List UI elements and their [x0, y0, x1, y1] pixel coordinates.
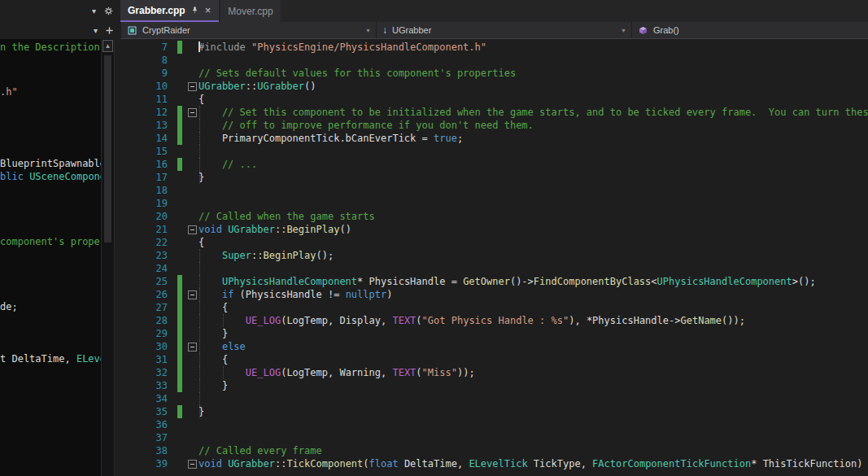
- fold-toggle-icon[interactable]: [188, 108, 197, 117]
- breakpoint-gutter[interactable]: [115, 327, 152, 340]
- code-text[interactable]: else: [198, 340, 868, 353]
- breakpoint-gutter[interactable]: [115, 314, 152, 327]
- code-fragment[interactable]: blic USceneCompone: [0, 170, 101, 183]
- code-text[interactable]: }: [198, 379, 868, 392]
- code-text[interactable]: [198, 54, 868, 67]
- breakpoint-gutter[interactable]: [115, 275, 152, 288]
- tab-grabber-cpp[interactable]: Grabber.cpp ×: [120, 0, 219, 22]
- fold-toggle-icon[interactable]: [188, 82, 197, 91]
- fold-toggle-icon[interactable]: [188, 225, 197, 234]
- code-text[interactable]: UE_LOG(LogTemp, Display, TEXT("Got Physi…: [198, 314, 868, 327]
- breakpoint-gutter[interactable]: [115, 41, 152, 54]
- code-text[interactable]: UE_LOG(LogTemp, Warning, TEXT("Miss"));: [198, 366, 868, 379]
- breakpoint-gutter[interactable]: [115, 93, 152, 106]
- code-fragment[interactable]: t DeltaTime, ELeve: [0, 352, 101, 365]
- code-line: 17}: [115, 171, 868, 184]
- change-tracking-column: [173, 41, 186, 54]
- breakpoint-gutter[interactable]: [115, 353, 152, 366]
- code-text[interactable]: UGrabber::UGrabber(): [198, 80, 868, 93]
- code-text[interactable]: void UGrabber::TickComponent(float Delta…: [198, 457, 868, 470]
- breakpoint-gutter[interactable]: [115, 132, 152, 145]
- split-icon[interactable]: [105, 26, 114, 35]
- code-text[interactable]: // Called every frame: [198, 444, 868, 457]
- fold-toggle-icon[interactable]: [188, 460, 197, 469]
- code-text[interactable]: [198, 431, 868, 444]
- fold-toggle-icon[interactable]: [188, 343, 197, 352]
- breakpoint-gutter[interactable]: [115, 457, 152, 470]
- breakpoint-gutter[interactable]: [115, 106, 152, 119]
- breakpoint-gutter[interactable]: [115, 223, 152, 236]
- breakpoint-gutter[interactable]: [115, 119, 152, 132]
- code-token: FActorComponentTickFunction: [592, 458, 751, 469]
- code-text[interactable]: [198, 197, 868, 210]
- breakpoint-gutter[interactable]: [115, 301, 152, 314]
- code-text[interactable]: Super::BeginPlay();: [198, 249, 868, 262]
- breakpoint-gutter[interactable]: [115, 197, 152, 210]
- scroll-up-button[interactable]: ▲: [103, 40, 113, 52]
- code-fragment[interactable]: n the Description: [0, 41, 100, 54]
- left-editor-pane[interactable]: n the Description.h"BlueprintSpawnablebl…: [0, 39, 101, 476]
- type-dropdown[interactable]: ↓ UGrabber ▼: [376, 22, 631, 38]
- breakpoint-gutter[interactable]: [115, 249, 152, 262]
- breakpoint-gutter[interactable]: [115, 405, 152, 418]
- breakpoint-gutter[interactable]: [115, 80, 152, 93]
- chevron-down-icon[interactable]: ▾: [92, 7, 96, 15]
- code-text[interactable]: [198, 392, 868, 405]
- breakpoint-gutter[interactable]: [115, 67, 152, 80]
- code-text[interactable]: {: [198, 93, 868, 106]
- breakpoint-gutter[interactable]: [115, 392, 152, 405]
- breakpoint-gutter[interactable]: [115, 210, 152, 223]
- breakpoint-gutter[interactable]: [115, 444, 152, 457]
- gear-icon[interactable]: [103, 6, 114, 16]
- breakpoint-gutter[interactable]: [115, 340, 152, 353]
- code-text[interactable]: [198, 262, 868, 275]
- code-text[interactable]: }: [198, 405, 868, 418]
- breakpoint-gutter[interactable]: [115, 145, 152, 158]
- code-text[interactable]: #include "PhysicsEngine/PhysicsHandleCom…: [198, 41, 868, 54]
- breakpoint-gutter[interactable]: [115, 431, 152, 444]
- breakpoint-gutter[interactable]: [115, 288, 152, 301]
- code-editor[interactable]: 7#include "PhysicsEngine/PhysicsHandleCo…: [115, 39, 868, 476]
- breakpoint-gutter[interactable]: [115, 236, 152, 249]
- member-dropdown[interactable]: Grab(): [631, 22, 868, 38]
- close-icon[interactable]: ×: [204, 5, 212, 15]
- scrollbar-thumb[interactable]: [104, 55, 111, 242]
- code-token: {: [198, 94, 204, 105]
- breakpoint-gutter[interactable]: [115, 379, 152, 392]
- code-text[interactable]: // ...: [198, 158, 868, 171]
- code-text[interactable]: }: [198, 171, 868, 184]
- change-tracking-column: [173, 275, 186, 288]
- tab-mover-cpp[interactable]: Mover.cpp: [220, 0, 280, 22]
- code-text[interactable]: [198, 145, 868, 158]
- code-text[interactable]: if (PhysicsHandle != nullptr): [198, 288, 868, 301]
- code-text[interactable]: }: [198, 327, 868, 340]
- project-dropdown[interactable]: CryptRaider ▼: [120, 22, 376, 38]
- code-fragment[interactable]: BlueprintSpawnable: [0, 157, 101, 170]
- code-text[interactable]: // Sets default values for this componen…: [198, 67, 868, 80]
- breakpoint-gutter[interactable]: [115, 418, 152, 431]
- code-fragment[interactable]: de;: [0, 300, 18, 313]
- fold-toggle-icon[interactable]: [188, 290, 197, 299]
- pin-icon[interactable]: [190, 6, 199, 15]
- code-text[interactable]: {: [198, 353, 868, 366]
- chevron-down-icon[interactable]: ▾: [94, 27, 98, 35]
- breakpoint-gutter[interactable]: [115, 366, 152, 379]
- code-text[interactable]: // Called when the game starts: [198, 210, 868, 223]
- code-text[interactable]: [198, 418, 868, 431]
- code-text[interactable]: void UGrabber::BeginPlay(): [198, 223, 868, 236]
- breakpoint-gutter[interactable]: [115, 262, 152, 275]
- breakpoint-gutter[interactable]: [115, 54, 152, 67]
- code-text[interactable]: UPhysicsHandleComponent* PhysicsHandle =…: [198, 275, 868, 288]
- breakpoint-gutter[interactable]: [115, 171, 152, 184]
- code-text[interactable]: // off to improve performance if you don…: [198, 119, 868, 132]
- fold-column: [186, 392, 198, 405]
- code-fragment[interactable]: .h": [0, 85, 18, 98]
- code-text[interactable]: {: [198, 236, 868, 249]
- code-fragment[interactable]: component's prope: [0, 235, 100, 248]
- code-text[interactable]: // Set this component to be initialized …: [198, 106, 868, 119]
- code-text[interactable]: [198, 184, 868, 197]
- code-text[interactable]: {: [198, 301, 868, 314]
- code-text[interactable]: PrimaryComponentTick.bCanEverTick = true…: [198, 132, 868, 145]
- breakpoint-gutter[interactable]: [115, 184, 152, 197]
- breakpoint-gutter[interactable]: [115, 158, 152, 171]
